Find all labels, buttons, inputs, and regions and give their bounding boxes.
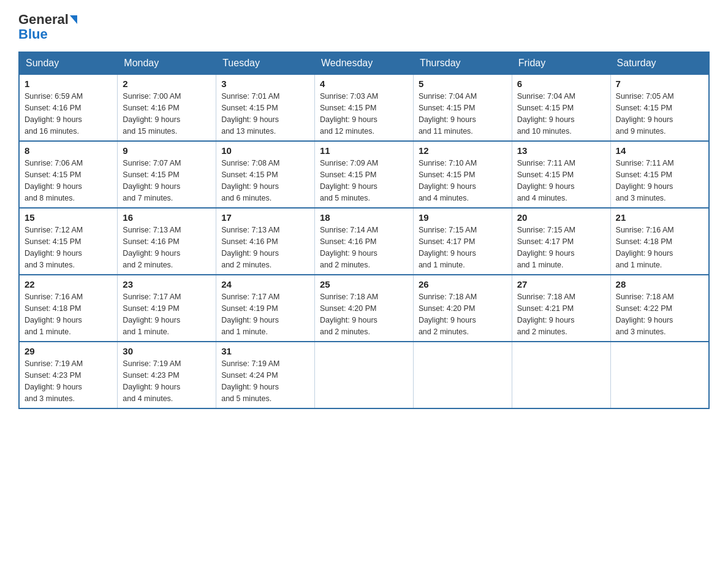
day-info: Sunrise: 7:17 AM Sunset: 4:19 PM Dayligh… (123, 291, 211, 337)
day-number: 1 (25, 79, 112, 89)
day-number: 26 (419, 279, 507, 289)
calendar-week-4: 22 Sunrise: 7:16 AM Sunset: 4:18 PM Dayl… (19, 275, 709, 342)
calendar-cell: 15 Sunrise: 7:12 AM Sunset: 4:15 PM Dayl… (19, 208, 118, 275)
day-info: Sunrise: 7:00 AM Sunset: 4:16 PM Dayligh… (123, 91, 211, 137)
day-info: Sunrise: 7:18 AM Sunset: 4:20 PM Dayligh… (320, 291, 408, 337)
calendar-table: SundayMondayTuesdayWednesdayThursdayFrid… (18, 52, 710, 409)
day-number: 28 (616, 279, 703, 289)
calendar-cell: 13 Sunrise: 7:11 AM Sunset: 4:15 PM Dayl… (512, 141, 610, 208)
calendar-cell: 30 Sunrise: 7:19 AM Sunset: 4:23 PM Dayl… (118, 342, 216, 408)
day-info: Sunrise: 7:13 AM Sunset: 4:16 PM Dayligh… (221, 224, 309, 270)
day-number: 21 (616, 212, 703, 223)
calendar-cell: 18 Sunrise: 7:14 AM Sunset: 4:16 PM Dayl… (315, 208, 414, 275)
calendar-week-5: 29 Sunrise: 7:19 AM Sunset: 4:23 PM Dayl… (19, 342, 709, 408)
day-number: 4 (320, 79, 408, 89)
calendar-cell: 8 Sunrise: 7:06 AM Sunset: 4:15 PM Dayli… (19, 141, 118, 208)
day-number: 7 (616, 79, 703, 89)
calendar-cell: 4 Sunrise: 7:03 AM Sunset: 4:15 PM Dayli… (315, 74, 414, 141)
day-info: Sunrise: 7:09 AM Sunset: 4:15 PM Dayligh… (320, 158, 408, 204)
day-number: 5 (419, 79, 507, 89)
calendar-cell: 24 Sunrise: 7:17 AM Sunset: 4:19 PM Dayl… (216, 275, 315, 342)
weekday-header-saturday: Saturday (610, 52, 709, 74)
day-number: 27 (517, 279, 605, 289)
calendar-cell (413, 342, 512, 408)
calendar-cell: 9 Sunrise: 7:07 AM Sunset: 4:15 PM Dayli… (118, 141, 216, 208)
day-info: Sunrise: 7:19 AM Sunset: 4:23 PM Dayligh… (25, 358, 112, 404)
day-number: 16 (123, 212, 211, 223)
calendar-cell: 20 Sunrise: 7:15 AM Sunset: 4:17 PM Dayl… (512, 208, 610, 275)
calendar-cell: 7 Sunrise: 7:05 AM Sunset: 4:15 PM Dayli… (610, 74, 709, 141)
day-info: Sunrise: 7:16 AM Sunset: 4:18 PM Dayligh… (616, 224, 703, 270)
page-header: General Blue (18, 12, 710, 42)
calendar-cell: 10 Sunrise: 7:08 AM Sunset: 4:15 PM Dayl… (216, 141, 315, 208)
day-number: 11 (320, 145, 408, 156)
logo-arrow-icon (70, 15, 77, 24)
day-info: Sunrise: 7:18 AM Sunset: 4:20 PM Dayligh… (419, 291, 507, 337)
calendar-cell: 27 Sunrise: 7:18 AM Sunset: 4:21 PM Dayl… (512, 275, 610, 342)
day-info: Sunrise: 7:18 AM Sunset: 4:21 PM Dayligh… (517, 291, 605, 337)
calendar-cell: 26 Sunrise: 7:18 AM Sunset: 4:20 PM Dayl… (413, 275, 512, 342)
day-info: Sunrise: 7:01 AM Sunset: 4:15 PM Dayligh… (221, 91, 309, 137)
calendar-cell: 16 Sunrise: 7:13 AM Sunset: 4:16 PM Dayl… (118, 208, 216, 275)
logo-text-general: General (18, 12, 69, 27)
day-info: Sunrise: 7:11 AM Sunset: 4:15 PM Dayligh… (517, 158, 605, 204)
day-number: 2 (123, 79, 211, 89)
day-number: 22 (25, 279, 112, 289)
calendar-cell: 17 Sunrise: 7:13 AM Sunset: 4:16 PM Dayl… (216, 208, 315, 275)
day-number: 10 (221, 145, 309, 156)
weekday-header-thursday: Thursday (413, 52, 512, 74)
day-info: Sunrise: 7:06 AM Sunset: 4:15 PM Dayligh… (25, 158, 112, 204)
day-number: 29 (25, 346, 112, 356)
day-number: 18 (320, 212, 408, 223)
calendar-cell: 14 Sunrise: 7:11 AM Sunset: 4:15 PM Dayl… (610, 141, 709, 208)
weekday-header-friday: Friday (512, 52, 610, 74)
calendar-cell: 12 Sunrise: 7:10 AM Sunset: 4:15 PM Dayl… (413, 141, 512, 208)
day-number: 15 (25, 212, 112, 223)
calendar-cell (512, 342, 610, 408)
day-number: 14 (616, 145, 703, 156)
calendar-cell: 2 Sunrise: 7:00 AM Sunset: 4:16 PM Dayli… (118, 74, 216, 141)
day-number: 25 (320, 279, 408, 289)
weekday-header-sunday: Sunday (19, 52, 118, 74)
day-info: Sunrise: 7:13 AM Sunset: 4:16 PM Dayligh… (123, 224, 211, 270)
calendar-cell: 28 Sunrise: 7:18 AM Sunset: 4:22 PM Dayl… (610, 275, 709, 342)
calendar-cell: 22 Sunrise: 7:16 AM Sunset: 4:18 PM Dayl… (19, 275, 118, 342)
day-number: 6 (517, 79, 605, 89)
day-info: Sunrise: 7:10 AM Sunset: 4:15 PM Dayligh… (419, 158, 507, 204)
day-info: Sunrise: 7:11 AM Sunset: 4:15 PM Dayligh… (616, 158, 703, 204)
logo-text-blue: Blue (18, 27, 48, 42)
weekday-header-monday: Monday (118, 52, 216, 74)
day-info: Sunrise: 7:14 AM Sunset: 4:16 PM Dayligh… (320, 224, 408, 270)
day-number: 17 (221, 212, 309, 223)
day-number: 23 (123, 279, 211, 289)
day-info: Sunrise: 7:05 AM Sunset: 4:15 PM Dayligh… (616, 91, 703, 137)
calendar-cell: 21 Sunrise: 7:16 AM Sunset: 4:18 PM Dayl… (610, 208, 709, 275)
calendar-cell: 5 Sunrise: 7:04 AM Sunset: 4:15 PM Dayli… (413, 74, 512, 141)
day-info: Sunrise: 7:07 AM Sunset: 4:15 PM Dayligh… (123, 158, 211, 204)
calendar-week-2: 8 Sunrise: 7:06 AM Sunset: 4:15 PM Dayli… (19, 141, 709, 208)
calendar-cell: 6 Sunrise: 7:04 AM Sunset: 4:15 PM Dayli… (512, 74, 610, 141)
day-info: Sunrise: 7:04 AM Sunset: 4:15 PM Dayligh… (419, 91, 507, 137)
day-number: 13 (517, 145, 605, 156)
day-number: 8 (25, 145, 112, 156)
calendar-cell: 1 Sunrise: 6:59 AM Sunset: 4:16 PM Dayli… (19, 74, 118, 141)
day-number: 3 (221, 79, 309, 89)
day-info: Sunrise: 7:16 AM Sunset: 4:18 PM Dayligh… (25, 291, 112, 337)
day-number: 30 (123, 346, 211, 356)
day-info: Sunrise: 7:03 AM Sunset: 4:15 PM Dayligh… (320, 91, 408, 137)
calendar-cell (610, 342, 709, 408)
day-number: 20 (517, 212, 605, 223)
calendar-cell (315, 342, 414, 408)
calendar-cell: 23 Sunrise: 7:17 AM Sunset: 4:19 PM Dayl… (118, 275, 216, 342)
day-number: 24 (221, 279, 309, 289)
day-info: Sunrise: 7:19 AM Sunset: 4:24 PM Dayligh… (221, 358, 309, 404)
logo: General Blue (18, 12, 77, 42)
day-info: Sunrise: 7:19 AM Sunset: 4:23 PM Dayligh… (123, 358, 211, 404)
day-number: 12 (419, 145, 507, 156)
day-info: Sunrise: 7:15 AM Sunset: 4:17 PM Dayligh… (419, 224, 507, 270)
day-number: 31 (221, 346, 309, 356)
day-info: Sunrise: 7:04 AM Sunset: 4:15 PM Dayligh… (517, 91, 605, 137)
day-info: Sunrise: 7:17 AM Sunset: 4:19 PM Dayligh… (221, 291, 309, 337)
calendar-cell: 31 Sunrise: 7:19 AM Sunset: 4:24 PM Dayl… (216, 342, 315, 408)
day-info: Sunrise: 7:18 AM Sunset: 4:22 PM Dayligh… (616, 291, 703, 337)
